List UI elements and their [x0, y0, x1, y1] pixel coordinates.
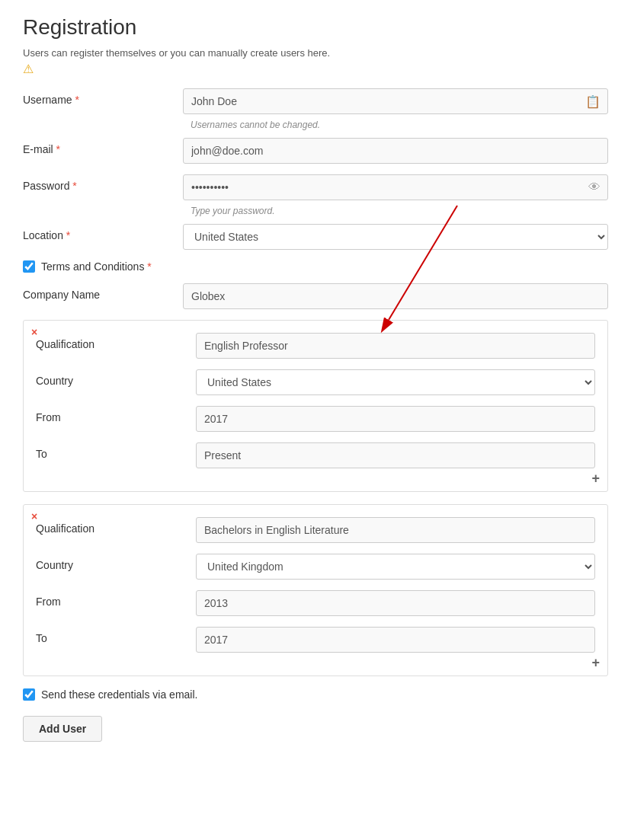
add-user-button[interactable]: Add User	[23, 716, 102, 742]
qualification-2-add-button[interactable]: +	[591, 656, 600, 669]
qualification-2-to-input[interactable]	[196, 627, 595, 653]
username-hint-row: Usernames cannot be changed.	[23, 117, 608, 130]
qualification-1-to-label: To	[36, 442, 188, 460]
location-select-wrapper: United States United Kingdom Canada Aust…	[183, 224, 608, 250]
qualification-1-to-row: To	[36, 442, 595, 468]
email-input[interactable]	[183, 138, 608, 164]
password-hint: Type your password.	[191, 206, 275, 216]
qualification-2-country-label: Country	[36, 554, 188, 571]
qualification-1-from-input[interactable]	[196, 406, 595, 432]
page-subtitle: Users can register themselves or you can…	[23, 47, 608, 59]
qualification-2-from-row: From	[36, 590, 595, 616]
qualification-section-2: × Qualification Country United States Un…	[23, 504, 608, 676]
send-credentials-row: Send these credentials via email.	[23, 688, 608, 701]
location-row: Location * United States United Kingdom …	[23, 224, 608, 250]
terms-row: Terms and Conditions *	[23, 260, 608, 273]
qualification-1-country-row: Country United States United Kingdom Can…	[36, 369, 595, 395]
qualification-1-input[interactable]	[196, 333, 595, 359]
qualification-1-to-input[interactable]	[196, 442, 595, 468]
qualification-2-country-select[interactable]: United States United Kingdom Canada Aust…	[196, 554, 595, 580]
email-label: E-mail *	[23, 138, 175, 155]
company-name-label: Company Name	[23, 283, 175, 301]
password-hint-row: Type your password.	[23, 203, 608, 216]
send-credentials-label: Send these credentials via email.	[41, 688, 197, 701]
company-name-input[interactable]	[183, 283, 608, 309]
qualification-1-qualification-row: Qualification	[36, 333, 595, 359]
qualification-1-from-label: From	[36, 406, 188, 423]
password-input[interactable]	[183, 174, 608, 200]
warning-icon: ⚠	[23, 62, 608, 76]
qualification-2-country-row: Country United States United Kingdom Can…	[36, 554, 595, 580]
qualification-1-country-select[interactable]: United States United Kingdom Canada Aust…	[196, 369, 595, 395]
username-label: Username *	[23, 88, 175, 106]
qualification-1-label: Qualification	[36, 333, 188, 350]
send-credentials-checkbox[interactable]	[23, 688, 35, 701]
qualification-2-to-row: To	[36, 627, 595, 653]
qualification-2-label: Qualification	[36, 517, 188, 535]
qualification-1-add-button[interactable]: +	[591, 471, 600, 485]
location-select[interactable]: United States United Kingdom Canada Aust…	[183, 224, 608, 250]
terms-label: Terms and Conditions *	[41, 260, 152, 273]
password-label: Password *	[23, 174, 175, 192]
terms-checkbox[interactable]	[23, 260, 35, 273]
qualification-2-from-input[interactable]	[196, 590, 595, 616]
qualification-2-to-label: To	[36, 627, 188, 644]
qualification-section-1-container: × Qualification Country United States Un…	[23, 320, 608, 492]
qualification-2-input[interactable]	[196, 517, 595, 543]
qualification-1-close-button[interactable]: ×	[31, 327, 37, 337]
qualification-2-close-button[interactable]: ×	[31, 511, 37, 522]
id-card-icon: 📋	[585, 94, 601, 109]
company-name-row: Company Name	[23, 283, 608, 309]
password-field-wrapper: 👁	[183, 174, 608, 200]
email-row: E-mail *	[23, 138, 608, 164]
qualification-section-1: × Qualification Country United States Un…	[23, 320, 608, 492]
eye-icon[interactable]: 👁	[588, 180, 601, 194]
location-label: Location *	[23, 224, 175, 241]
username-hint: Usernames cannot be changed.	[191, 120, 320, 130]
username-input[interactable]	[183, 88, 608, 114]
qualification-1-country-label: Country	[36, 369, 188, 387]
qualification-2-qualification-row: Qualification	[36, 517, 595, 543]
page-title: Registration	[23, 15, 608, 40]
password-row: Password * 👁	[23, 174, 608, 200]
username-field-wrapper: 📋	[183, 88, 608, 114]
qualification-2-from-label: From	[36, 590, 188, 608]
qualification-1-from-row: From	[36, 406, 595, 432]
username-row: Username * 📋	[23, 88, 608, 114]
